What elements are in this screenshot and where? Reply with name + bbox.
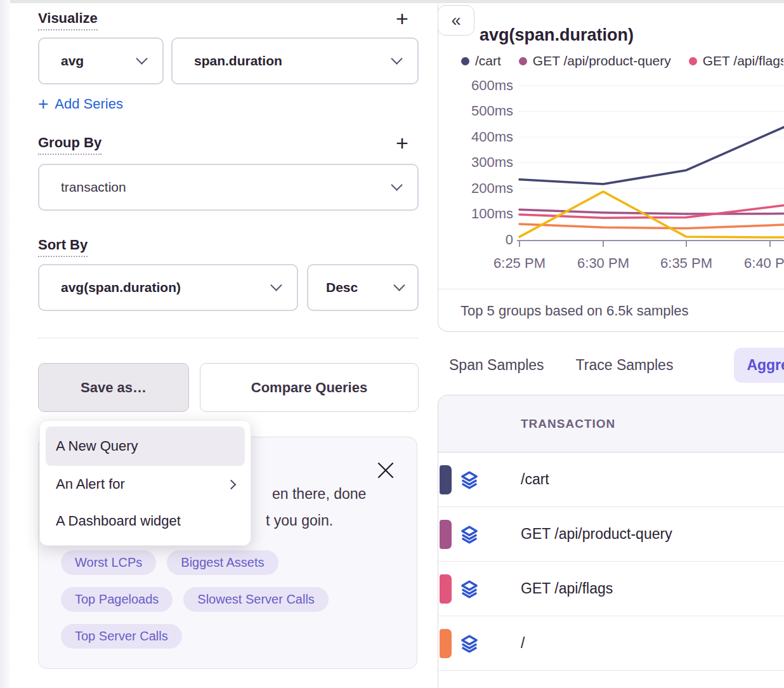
banner-text-line1: en there, done bbox=[272, 486, 366, 503]
series-color-chip bbox=[440, 520, 452, 549]
menu-item-new-query[interactable]: A New Query bbox=[46, 427, 245, 466]
spans-stack-icon bbox=[460, 579, 479, 599]
spans-stack-icon bbox=[460, 470, 479, 489]
sort-field-select[interactable]: avg(span.duration) bbox=[38, 264, 298, 311]
chevron-down-icon bbox=[391, 179, 402, 190]
chevron-down-icon bbox=[393, 279, 405, 291]
suggested-query-pill[interactable]: Slowest Server Calls bbox=[183, 587, 329, 612]
spans-stack-icon bbox=[460, 525, 479, 544]
chevron-down-icon bbox=[391, 53, 402, 64]
x-axis-tick: 6:40 PM bbox=[732, 255, 784, 272]
transaction-name[interactable]: GET /api/flags bbox=[521, 580, 613, 597]
group-by-value: transaction bbox=[61, 180, 126, 195]
series-color-chip bbox=[440, 574, 452, 604]
field-select[interactable]: span.duration bbox=[171, 37, 419, 84]
compare-queries-button[interactable]: Compare Queries bbox=[200, 363, 419, 412]
section-divider bbox=[38, 338, 419, 338]
compare-queries-label: Compare Queries bbox=[251, 380, 367, 396]
save-as-button[interactable]: Save as… bbox=[38, 363, 189, 412]
collapse-panel-button[interactable]: « bbox=[438, 5, 474, 36]
series-color-chip bbox=[440, 629, 452, 658]
add-group-by-icon[interactable]: + bbox=[396, 132, 408, 154]
transaction-name[interactable]: GET /api/product-query bbox=[521, 526, 672, 543]
page-top-edge bbox=[0, 0, 784, 3]
save-as-label: Save as… bbox=[81, 380, 147, 396]
table-row[interactable]: / bbox=[438, 616, 784, 671]
line-chart[interactable] bbox=[438, 4, 784, 289]
sort-direction-select[interactable]: Desc bbox=[307, 264, 419, 311]
table-row[interactable]: GET /api/flags bbox=[438, 562, 784, 616]
menu-item-label: A Dashboard widget bbox=[56, 513, 181, 529]
chevron-right-icon bbox=[226, 479, 237, 489]
suggested-query-pill[interactable]: Biggest Assets bbox=[167, 550, 278, 575]
samples-summary: Top 5 groups based on 6.5k samples bbox=[461, 303, 689, 319]
visualize-heading: Visualize bbox=[38, 10, 98, 30]
suggested-query-pill[interactable]: Top Server Calls bbox=[61, 624, 182, 649]
menu-item-label: A New Query bbox=[56, 438, 138, 454]
suggested-query-pill[interactable]: Top Pageloads bbox=[61, 587, 173, 612]
table-header-row: TRANSACTION bbox=[438, 395, 784, 453]
column-header-transaction[interactable]: TRANSACTION bbox=[521, 417, 615, 431]
chevrons-left-icon: « bbox=[451, 11, 461, 30]
samples-tabs: Span Samples Trace Samples Aggregates bbox=[438, 346, 784, 384]
aggregates-table: TRANSACTION /cart GET /api/product-query… bbox=[438, 395, 784, 688]
menu-item-alert[interactable]: An Alert for bbox=[46, 466, 245, 503]
spans-stack-icon bbox=[460, 634, 479, 653]
sort-by-heading: Sort By bbox=[38, 237, 88, 257]
sort-direction-value: Desc bbox=[326, 280, 358, 295]
chart-panel: avg(span.duration) /cart GET /api/produc… bbox=[438, 4, 784, 332]
field-value: span.duration bbox=[194, 53, 282, 69]
suggested-query-pill[interactable]: Worst LCPs bbox=[61, 550, 156, 575]
add-series-label: Add Series bbox=[55, 96, 123, 112]
series-color-chip bbox=[440, 465, 452, 494]
tab-span-samples[interactable]: Span Samples bbox=[449, 357, 544, 374]
banner-text-line2: t you goin. bbox=[266, 512, 333, 529]
menu-item-label: An Alert for bbox=[56, 476, 125, 493]
add-series-button[interactable]: + Add Series bbox=[38, 95, 123, 113]
table-row-partial bbox=[438, 671, 784, 688]
tab-aggregates[interactable]: Aggregates bbox=[734, 348, 784, 383]
add-visualize-icon[interactable]: + bbox=[396, 8, 408, 29]
table-row[interactable]: /cart bbox=[438, 453, 784, 507]
page-left-edge bbox=[0, 0, 10, 688]
close-icon[interactable] bbox=[377, 461, 395, 479]
transaction-name[interactable]: /cart bbox=[521, 471, 549, 488]
table-row[interactable]: GET /api/product-query bbox=[438, 507, 784, 562]
transaction-name[interactable]: / bbox=[521, 635, 525, 652]
save-as-menu: A New Query An Alert for A Dashboard wid… bbox=[39, 420, 251, 546]
x-axis-tick: 6:30 PM bbox=[565, 255, 641, 272]
x-axis-tick: 6:35 PM bbox=[648, 255, 724, 272]
x-axis-tick: 6:25 PM bbox=[481, 255, 558, 272]
group-by-select[interactable]: transaction bbox=[38, 164, 419, 211]
aggregate-value: avg bbox=[61, 53, 84, 69]
chart-footer-note: Top 5 groups based on 6.5k samples bbox=[438, 289, 784, 332]
plus-icon: + bbox=[38, 95, 48, 113]
tab-trace-samples[interactable]: Trace Samples bbox=[576, 357, 674, 374]
sort-field-value: avg(span.duration) bbox=[61, 280, 181, 295]
chevron-down-icon bbox=[270, 279, 282, 291]
chevron-down-icon bbox=[136, 53, 147, 64]
aggregate-select[interactable]: avg bbox=[38, 37, 164, 84]
menu-item-dashboard-widget[interactable]: A Dashboard widget bbox=[46, 503, 245, 539]
group-by-heading: Group By bbox=[38, 135, 101, 155]
